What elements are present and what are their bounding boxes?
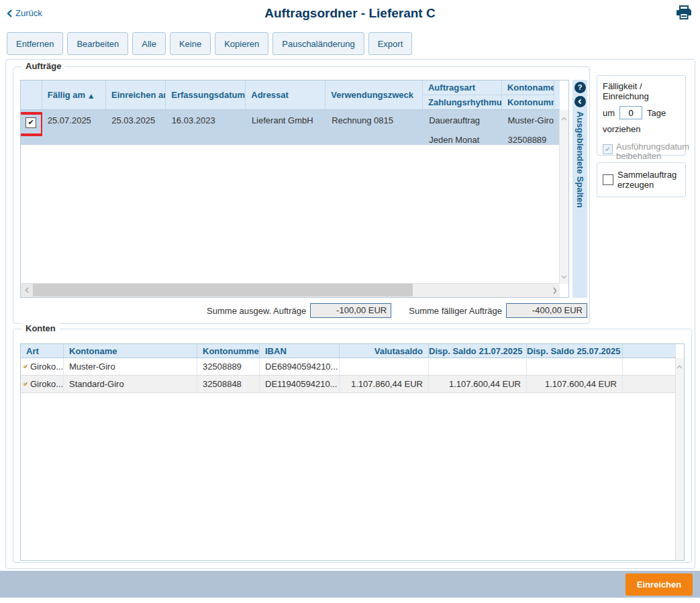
col-valutasaldo-header[interactable]: Valutasaldo [340, 344, 429, 358]
cell-auftragsart: Dauerauftrag Jeden Monat [423, 110, 502, 145]
auftragsordner-page: Zurück Auftragsordner - Lieferant C Entf… [0, 0, 700, 603]
col-zahlungsrhythmus-label: Zahlungsrhythmus [423, 95, 501, 109]
art-value: Giroko... [30, 362, 63, 372]
cell-iban: DE11940594210... [260, 376, 340, 392]
cell-kontoname: Muster-Giro 32508889 [502, 110, 554, 145]
cell-erfassungsdatum: 16.03.2023 [166, 110, 246, 145]
art-value: Giroko... [30, 379, 63, 389]
cell-valutasaldo: 1.107.860,44 EUR [340, 376, 429, 392]
cell-art: Giroko... [21, 358, 64, 375]
tage-label: Tage [647, 108, 666, 118]
cell-faellig-am: 25.07.2025 [42, 110, 106, 145]
cell-disp-saldo1 [429, 358, 527, 375]
col-disp-saldo2-header[interactable]: Disp. Saldo 25.07.2025 [527, 344, 623, 358]
scroll-left-icon[interactable] [21, 284, 33, 296]
col-iban-header[interactable]: IBAN [260, 344, 340, 358]
col-disp-saldo1-header[interactable]: Disp. Saldo 21.07.2025 [429, 344, 527, 358]
hidden-columns-strip: ? Ausgeblendete Spalten [572, 80, 587, 298]
cell-disp-saldo2: 1.107.600,44 EUR [527, 376, 623, 392]
cell-spacer [623, 376, 676, 392]
col-faellig-am-header[interactable]: Fällig am▲ [42, 80, 106, 109]
pauschalaenderung-button[interactable]: Pauschaländerung [272, 32, 364, 55]
tage-input[interactable] [619, 106, 642, 119]
col-adressat-header[interactable]: Adressat [246, 80, 326, 109]
vertical-scrollbar[interactable] [559, 110, 568, 284]
auftraege-table-header: Fällig am▲ Einreichen am Erfassungsdatum… [21, 80, 560, 110]
toolbar: Entfernen Bearbeiten Alle Keine Kopieren… [7, 32, 412, 55]
konten-section: Konten Art Kontoname Kontonummer IBAN Va… [13, 329, 692, 563]
summary-selected-value: -100,00 EUR [310, 303, 391, 318]
col-checkbox-header [21, 80, 42, 109]
export-button[interactable]: Export [368, 32, 413, 55]
auftraege-section: Aufträge Fällig am▲ Einreichen am Erfass… [13, 66, 590, 324]
giro-account-icon [23, 379, 28, 389]
kontoname-value: Muster-Giro [507, 115, 554, 125]
footer-bar: Einreichen [0, 571, 700, 598]
content-container: Aufträge Fällig am▲ Einreichen am Erfass… [5, 59, 695, 569]
print-icon[interactable] [676, 5, 692, 20]
col-art-header[interactable]: Art [21, 344, 64, 358]
konto-row: Giroko... Muster-Giro 32508889 DE6894059… [21, 358, 676, 376]
sort-asc-icon: ▲ [89, 93, 93, 99]
col-spacer-header [554, 80, 560, 109]
col-spacer-header [623, 344, 676, 358]
cell-adressat: Lieferant GmbH [246, 110, 326, 145]
col-einreichen-am-header[interactable]: Einreichen am [106, 80, 166, 109]
horizontal-scrollbar-thumb[interactable] [33, 284, 413, 296]
sammelauftrag-panel: Sammelauftrag erzeugen [597, 162, 686, 197]
um-label: um [603, 108, 615, 118]
col-kontoname-header[interactable]: Kontoname [64, 344, 197, 358]
faelligkeit-panel: Fälligkeit / Einreichung um Tage vorzieh… [597, 75, 686, 156]
collapse-icon[interactable] [574, 96, 586, 107]
kopieren-button[interactable]: Kopieren [215, 32, 268, 55]
horizontal-scrollbar[interactable] [21, 283, 560, 297]
cell-kontonummer: 32508889 [197, 358, 260, 375]
konten-vertical-scrollbar[interactable] [675, 358, 684, 560]
col-verwendungszweck-header[interactable]: Verwendungszweck [326, 80, 423, 109]
sammelauftrag-checkbox[interactable] [603, 174, 613, 185]
scroll-up-icon[interactable] [561, 112, 567, 124]
auftrag-row[interactable]: ✔ 25.07.2025 25.03.2025 16.03.2023 Liefe… [21, 110, 560, 145]
col-erfassungsdatum-header[interactable]: Erfassungsdatum [166, 80, 246, 109]
giro-account-icon [23, 362, 28, 372]
konten-legend: Konten [21, 323, 60, 333]
cell-disp-saldo1: 1.107.600,44 EUR [429, 376, 527, 392]
auftraege-table: Fällig am▲ Einreichen am Erfassungsdatum… [20, 80, 569, 298]
konten-table-header: Art Kontoname Kontonummer IBAN Valutasal… [21, 344, 676, 358]
col-kontoname-header[interactable]: Kontoname Kontonummer [502, 80, 554, 109]
einreichen-button[interactable]: Einreichen [626, 573, 693, 596]
bearbeiten-button[interactable]: Bearbeiten [67, 32, 128, 55]
cell-art: Giroko... [21, 376, 64, 392]
col-kontoname-label: Kontoname [502, 80, 554, 95]
scroll-down-icon[interactable] [561, 270, 567, 282]
row-checkbox-cell: ✔ [21, 110, 42, 145]
konten-table: Art Kontoname Kontonummer IBAN Valutasal… [20, 343, 685, 561]
cell-disp-saldo2 [527, 358, 623, 375]
help-icon[interactable]: ? [574, 82, 586, 93]
summary-row: Summe ausgew. Aufträge -100,00 EUR Summe… [13, 303, 587, 318]
cell-kontoname: Muster-Giro [64, 358, 197, 375]
auftraege-legend: Aufträge [21, 61, 65, 71]
auftragsart-value: Dauerauftrag [429, 115, 502, 125]
ausfuehrungsdatum-option: ✔ Ausführungsdatum beibehalten [603, 142, 681, 161]
summary-due-value: -400,00 EUR [506, 303, 587, 318]
faelligkeit-title: Fälligkeit / Einreichung [603, 81, 681, 101]
ausfuehrungsdatum-label: Ausführungsdatum beibehalten [616, 142, 689, 161]
entfernen-button[interactable]: Entfernen [7, 32, 63, 55]
cell-valutasaldo [340, 358, 429, 375]
scroll-right-icon[interactable] [552, 286, 557, 298]
col-kontonummer-header[interactable]: Kontonummer [197, 344, 260, 358]
col-auftragsart-header[interactable]: Auftragsart Zahlungsrhythmus [423, 80, 502, 109]
cell-verwendungszweck: Rechnung 0815 [326, 110, 423, 145]
keine-button[interactable]: Keine [170, 32, 211, 55]
scroll-up-icon[interactable] [677, 360, 683, 372]
kontonummer-value: 32508889 [507, 135, 554, 145]
cell-iban: DE68940594210... [260, 358, 340, 375]
hidden-columns-label: Ausgeblendete Spalten [575, 111, 585, 208]
cell-kontonummer: 32508848 [197, 376, 260, 392]
annotation-highlight [21, 112, 42, 136]
cell-spacer [623, 358, 676, 375]
ausfuehrungsdatum-checkbox: ✔ [603, 144, 613, 154]
page-title: Auftragsordner - Lieferant C [0, 6, 700, 21]
alle-button[interactable]: Alle [132, 32, 166, 55]
